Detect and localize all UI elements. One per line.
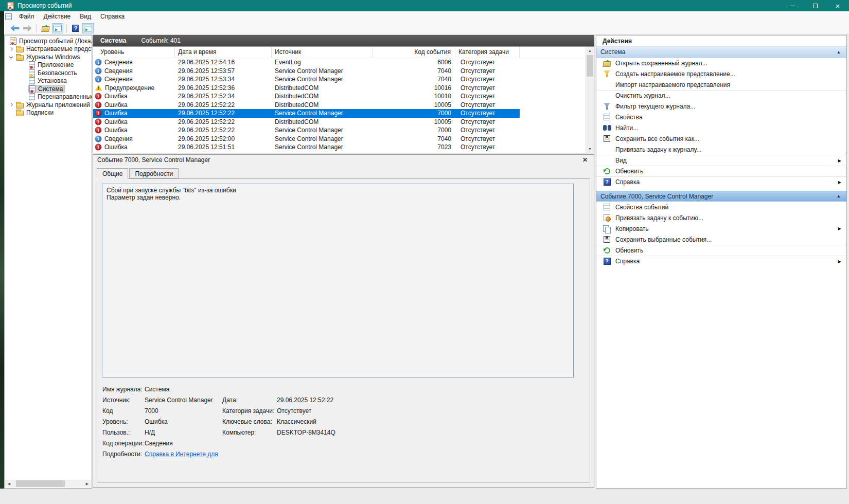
scroll-thumb[interactable]: [587, 55, 593, 77]
event-category: Отсутствует: [455, 127, 520, 134]
column-header-level[interactable]: Уровень: [93, 47, 175, 58]
scroll-up-icon[interactable]: ▲: [586, 47, 594, 55]
event-help-link[interactable]: Справка в Интернете для: [145, 451, 222, 458]
tree-item[interactable]: Установка: [5, 77, 92, 85]
event-row[interactable]: Ошибка29.06.2025 12:52:22Service Control…: [93, 109, 520, 118]
collapse-icon[interactable]: ▲: [837, 194, 841, 199]
action-item[interactable]: Вид▶: [596, 155, 846, 166]
action-item[interactable]: Найти...: [596, 122, 846, 133]
action-item[interactable]: Обновить: [596, 245, 846, 256]
tree-item[interactable]: Приложение: [5, 61, 92, 69]
properties-icon: [604, 114, 610, 120]
column-header-source[interactable]: Источник: [272, 47, 373, 58]
event-row[interactable]: Ошибка29.06.2025 12:52:34DistributedCOM1…: [93, 92, 520, 101]
action-item[interactable]: Импорт настраиваемого представления: [596, 79, 846, 90]
menu-action[interactable]: Действие: [39, 11, 76, 22]
save-icon: [604, 236, 610, 243]
event-row[interactable]: Предупреждение29.06.2025 12:52:36Distrib…: [93, 84, 520, 93]
submenu-arrow-icon[interactable]: ▶: [838, 226, 841, 231]
tree-item[interactable]: Просмотр событий (Локальнь: [5, 37, 92, 45]
action-item[interactable]: Создать настраиваемое представление...: [596, 68, 846, 79]
event-row[interactable]: Сведения29.06.2025 12:53:34Service Contr…: [93, 75, 520, 84]
tree-horizontal-scrollbar[interactable]: ◀ ▶: [5, 480, 91, 488]
help-icon: [604, 178, 611, 186]
tree-item[interactable]: Журналы приложений и сл: [5, 101, 92, 109]
close-button[interactable]: ×: [826, 0, 849, 11]
event-list-scrollbar[interactable]: ▲ ▼: [586, 47, 594, 153]
event-row[interactable]: Ошибка29.06.2025 12:52:22DistributedCOM1…: [93, 101, 520, 110]
column-header-category[interactable]: Категория задачи: [455, 47, 520, 58]
action-item[interactable]: Очистить журнал...: [596, 90, 846, 101]
close-preview-icon[interactable]: ✕: [582, 156, 588, 164]
scroll-left-icon[interactable]: ◀: [5, 482, 13, 486]
action-item[interactable]: Привязать задачу к событию...: [596, 212, 846, 223]
tree-item[interactable]: Безопасность: [5, 69, 92, 77]
tree-item[interactable]: Настраиваемые представле: [5, 45, 92, 53]
event-row[interactable]: Ошибка29.06.2025 12:51:51Service Control…: [93, 143, 520, 152]
tab-details[interactable]: Подробности: [129, 168, 179, 178]
forward-button[interactable]: [22, 23, 33, 33]
menu-view[interactable]: Вид: [75, 11, 96, 22]
event-level-cell: Предупреждение: [93, 84, 175, 92]
event-row[interactable]: Ошибка29.06.2025 12:52:22Service Control…: [93, 126, 520, 135]
scroll-down-icon[interactable]: ▼: [586, 145, 594, 153]
event-row[interactable]: Сведения29.06.2025 12:54:16EventLog6006О…: [93, 58, 520, 67]
action-item[interactable]: Сохранить выбранные события...: [596, 234, 846, 245]
action-item[interactable]: Привязать задачу к журналу...: [596, 144, 846, 155]
tree-item[interactable]: Подписки: [5, 109, 92, 117]
event-source: Service Control Manager: [272, 143, 373, 151]
event-level-text: Сведения: [104, 67, 133, 75]
tab-general[interactable]: Общие: [97, 168, 128, 179]
tree-item-label: Журналы приложений и сл: [26, 101, 92, 109]
minimize-button[interactable]: [781, 0, 804, 11]
event-row[interactable]: Сведения29.06.2025 12:53:57Service Contr…: [93, 67, 520, 76]
event-level-text: Сведения: [104, 76, 133, 83]
action-item[interactable]: Копировать▶: [596, 223, 846, 234]
error-icon: [95, 118, 102, 125]
tree-item[interactable]: Журналы Windows: [5, 53, 92, 61]
action-pane-toggle[interactable]: [82, 23, 94, 33]
action-section-header[interactable]: Система▲: [596, 47, 846, 58]
scroll-thumb[interactable]: [16, 480, 65, 487]
detail-field-row: Пользов.:Н/ДКомпьютер:DESKTOP-8M3414Q: [102, 427, 569, 438]
detail-fields: Имя журнала:СистемаИсточник:Service Cont…: [102, 384, 569, 459]
scroll-right-icon[interactable]: ▶: [83, 482, 91, 486]
action-item-icon-slot: [603, 247, 611, 254]
log-name: Система: [100, 37, 127, 44]
action-item[interactable]: Свойства событий: [596, 202, 846, 212]
action-item[interactable]: Фильтр текущего журнала...: [596, 101, 846, 112]
submenu-arrow-icon[interactable]: ▶: [838, 158, 841, 163]
field-label: Уровень:: [102, 418, 145, 425]
event-level-cell: Сведения: [93, 76, 175, 83]
event-message[interactable]: Сбой при запуске службы "bits" из-за оши…: [102, 184, 574, 377]
tree-item[interactable]: Перенаправленные соб: [5, 93, 92, 101]
console-tree-toggle[interactable]: [52, 23, 63, 33]
chevron-down-icon[interactable]: [9, 55, 13, 59]
action-section-header[interactable]: Событие 7000, Service Control Manager▲: [596, 191, 846, 202]
submenu-arrow-icon[interactable]: ▶: [838, 259, 841, 264]
column-header-code[interactable]: Код события: [373, 47, 455, 58]
action-item[interactable]: Свойства: [596, 112, 846, 122]
collapse-icon[interactable]: ▲: [837, 50, 841, 55]
chevron-right-icon[interactable]: [9, 103, 13, 106]
action-item[interactable]: Справка▶: [596, 256, 846, 266]
submenu-arrow-icon[interactable]: ▶: [838, 180, 841, 185]
maximize-button[interactable]: [804, 0, 826, 11]
open-saved-log-button[interactable]: [40, 23, 51, 33]
help-button[interactable]: [70, 23, 81, 33]
back-button[interactable]: [9, 23, 21, 33]
action-item-label: Свойства: [615, 114, 846, 121]
action-item[interactable]: Справка▶: [596, 176, 846, 187]
action-item[interactable]: Обновить: [596, 166, 846, 176]
field-value: 7000: [145, 407, 222, 415]
column-header-datetime[interactable]: Дата и время: [175, 47, 272, 58]
action-item[interactable]: Сохранить все события как...: [596, 133, 846, 144]
chevron-right-icon[interactable]: [9, 47, 13, 51]
detail-title: Событие 7000, Service Control Manager: [97, 156, 210, 164]
action-item[interactable]: Открыть сохраненный журнал...: [596, 58, 846, 68]
menu-help[interactable]: Справка: [96, 11, 129, 22]
event-row[interactable]: Сведения29.06.2025 12:52:00Service Contr…: [93, 135, 520, 143]
event-row[interactable]: Ошибка29.06.2025 12:52:22DistributedCOM1…: [93, 118, 520, 127]
menu-file[interactable]: Файл: [14, 11, 39, 22]
tree-item[interactable]: Система: [5, 85, 92, 93]
